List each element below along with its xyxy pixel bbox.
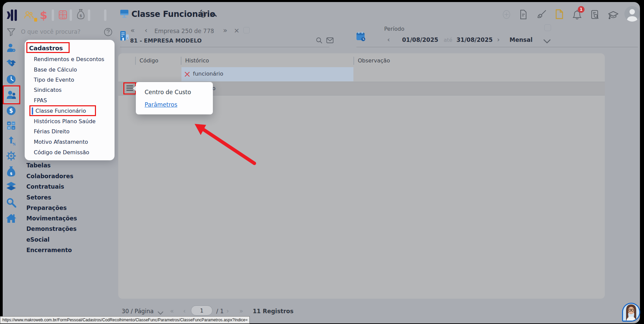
- sidebar-item-encerramento[interactable]: Encerramento: [26, 247, 72, 253]
- historico-filter-cell[interactable]: funcionário: [181, 67, 353, 81]
- menu-item-tipo-evento[interactable]: Tipo de Evento: [34, 77, 74, 83]
- menu-item-ferias-direito[interactable]: Férias Direito: [34, 128, 70, 135]
- company-navigator-label: Empresa 250 de 773: [154, 28, 214, 34]
- records-count: 11 Registros: [253, 308, 294, 315]
- annotation-box-cadastros: [26, 42, 70, 53]
- svg-text:=: =: [12, 126, 15, 130]
- rail-calculator-icon[interactable]: + − × =: [5, 120, 17, 131]
- broom-icon[interactable]: [537, 9, 547, 21]
- svg-text:%: %: [13, 142, 16, 146]
- chat-avatar[interactable]: [622, 303, 640, 322]
- column-separator: [181, 57, 181, 65]
- app-window: $ $ Classe Funcionário: [3, 2, 640, 323]
- rail-search-icon[interactable]: [5, 197, 17, 208]
- calendar-icon: [356, 31, 366, 43]
- period-start-date[interactable]: 01/08/2025: [402, 36, 438, 43]
- company-building-icon: [119, 30, 129, 43]
- company-first-button[interactable]: «: [130, 27, 135, 34]
- rail-gear-icon[interactable]: [5, 150, 17, 162]
- period-end-date[interactable]: 31/08/2025: [456, 36, 493, 43]
- pagination-next-button[interactable]: ›: [226, 308, 229, 314]
- company-last-button[interactable]: »: [223, 27, 227, 34]
- sidebar-item-setores[interactable]: Setores: [26, 194, 51, 201]
- column-header-codigo[interactable]: Código: [140, 57, 158, 64]
- pagination-prev-button[interactable]: ‹: [183, 308, 186, 314]
- clear-filter-icon[interactable]: [184, 72, 190, 77]
- rail-user-settings-icon[interactable]: [5, 42, 17, 54]
- rail-home-icon[interactable]: [5, 213, 17, 224]
- employees-notification-dot: [34, 18, 37, 22]
- finance-dollar-icon[interactable]: $: [40, 9, 47, 22]
- page-size-chevron-down-icon[interactable]: [157, 310, 164, 316]
- period-mode-chevron-down-icon[interactable]: [543, 38, 551, 45]
- global-search-input[interactable]: [21, 28, 99, 35]
- context-menu: Centro de Custo Parâmetros: [136, 82, 213, 114]
- rail-clock-icon[interactable]: [5, 74, 17, 85]
- column-header-observacao[interactable]: Observação: [358, 57, 390, 64]
- sidebar-item-preparacoes[interactable]: Preparações: [26, 205, 67, 211]
- filter-funnel-icon[interactable]: [7, 28, 16, 38]
- notification-badge: 1: [578, 6, 585, 13]
- help-icon[interactable]: [104, 28, 113, 38]
- period-mode-select[interactable]: Mensal: [510, 36, 532, 43]
- page-title-monitor-icon: [120, 9, 129, 20]
- status-bar-url: https://www.makroweb.com.br/FormPessoal/…: [0, 316, 250, 324]
- calculator-icon[interactable]: [58, 10, 67, 21]
- svg-text:+: +: [8, 122, 10, 125]
- academy-cap-icon[interactable]: [608, 10, 619, 22]
- employees-icon[interactable]: [24, 10, 34, 21]
- notes-icon[interactable]: [555, 9, 564, 21]
- company-checkbox[interactable]: [243, 27, 250, 33]
- document-search-icon[interactable]: [591, 10, 599, 21]
- mail-icon[interactable]: [326, 37, 333, 45]
- pagination-last-button[interactable]: »: [239, 308, 243, 314]
- company-prev-button[interactable]: ‹: [145, 27, 147, 34]
- menu-item-rendimentos[interactable]: Rendimentos e Descontos: [34, 56, 104, 62]
- menu-item-base-calculo[interactable]: Base de Cálculo: [34, 66, 77, 73]
- rail-growth-icon[interactable]: %: [5, 135, 17, 147]
- period-checkbox[interactable]: [544, 24, 551, 31]
- current-page-input[interactable]: [191, 305, 213, 316]
- topbar-separator: [52, 9, 54, 21]
- collapse-chevron-up-icon[interactable]: [210, 12, 217, 19]
- rail-layers-icon[interactable]: [5, 181, 17, 192]
- sidebar-item-colaboradores[interactable]: Colaboradores: [26, 173, 73, 180]
- menu-item-sindicatos[interactable]: Sindicatos: [34, 87, 61, 93]
- svg-text:$: $: [9, 107, 13, 114]
- rail-dollar-icon[interactable]: $: [5, 105, 17, 116]
- annotation-box-people-icon: [3, 85, 20, 104]
- period-prev-button[interactable]: ‹: [387, 36, 390, 43]
- svg-text:$: $: [10, 171, 13, 176]
- company-clear-button[interactable]: ×: [234, 27, 240, 34]
- sidebar-item-esocial[interactable]: eSocial: [26, 236, 50, 243]
- period-label: Período: [384, 26, 404, 32]
- context-menu-item-centro-de-custo[interactable]: Centro de Custo: [145, 89, 191, 96]
- pagination-first-button[interactable]: «: [170, 308, 174, 314]
- column-separator: [353, 57, 354, 65]
- context-menu-item-parametros[interactable]: Parâmetros: [145, 101, 177, 108]
- user-avatar[interactable]: [624, 6, 640, 22]
- page-size-select[interactable]: 30 / Página: [122, 308, 154, 315]
- company-next-button[interactable]: ›: [210, 27, 213, 34]
- makro-logo: [6, 9, 18, 22]
- menu-item-fpas[interactable]: FPAS: [34, 97, 47, 104]
- annotation-arrow: [178, 110, 266, 171]
- document-icon[interactable]: [519, 9, 527, 21]
- company-search-icon[interactable]: [316, 37, 323, 45]
- add-circle-icon[interactable]: [502, 9, 511, 21]
- sidebar-item-demonstracoes[interactable]: Demonstrações: [26, 225, 77, 232]
- menu-item-motivo-afastamento[interactable]: Motivo Afastamento: [34, 139, 88, 145]
- menu-item-codigo-demissao[interactable]: Código de Demissão: [34, 149, 89, 156]
- money-bag-icon[interactable]: $: [76, 9, 85, 21]
- rail-money-bag-icon[interactable]: $: [5, 166, 17, 177]
- menu-item-historicos-plano-saude[interactable]: Históricos Plano Saúde: [34, 118, 96, 125]
- sidebar-item-tabelas[interactable]: Tabelas: [26, 162, 51, 169]
- period-separator: até: [444, 37, 452, 43]
- rail-handshake-icon[interactable]: [5, 57, 17, 69]
- sidebar-item-contratuais[interactable]: Contratuais: [26, 183, 64, 190]
- sidebar-item-movimentacoes[interactable]: Movimentações: [26, 215, 77, 222]
- column-header-historico[interactable]: Histórico: [185, 57, 209, 64]
- period-next-button[interactable]: ›: [497, 36, 500, 43]
- info-icon[interactable]: [200, 11, 206, 19]
- filter-value[interactable]: funcionário: [193, 71, 223, 77]
